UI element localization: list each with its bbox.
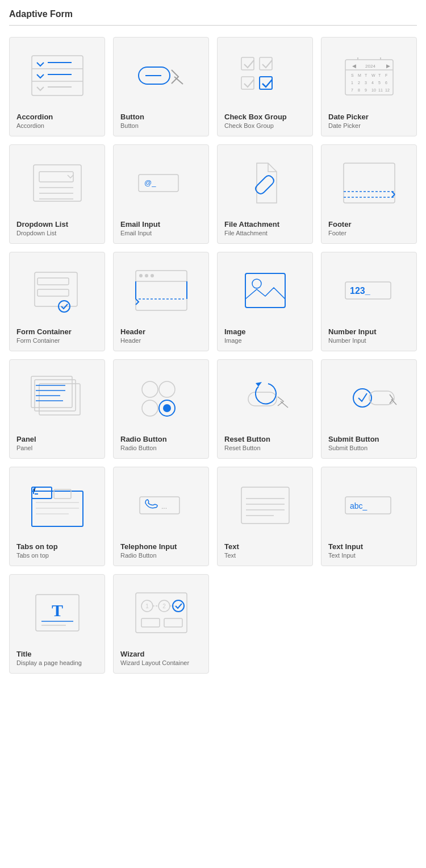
- header-title: Header: [120, 327, 145, 336]
- svg-text:2: 2: [358, 81, 360, 85]
- form-container-icon: [16, 259, 98, 322]
- card-text[interactable]: TextText: [217, 467, 313, 566]
- svg-text:3: 3: [365, 81, 367, 85]
- svg-text:8: 8: [358, 88, 360, 92]
- panel-title: Panel: [16, 435, 36, 443]
- panel-icon: [16, 367, 98, 429]
- svg-text:9: 9: [365, 88, 367, 92]
- svg-text:T: T: [378, 73, 381, 77]
- button-title: Button: [120, 113, 144, 121]
- card-telephone-input[interactable]: ... Telephone InputRadio Button: [113, 467, 209, 566]
- svg-point-76: [163, 404, 171, 412]
- card-footer[interactable]: FooterFooter: [321, 144, 417, 244]
- svg-text:M: M: [358, 73, 361, 77]
- button-icon: [120, 44, 202, 107]
- svg-point-54: [139, 274, 143, 277]
- file-attachment-title: File Attachment: [224, 220, 279, 229]
- reset-button-icon: [224, 367, 306, 429]
- checkbox-group-subtitle: Check Box Group: [224, 122, 274, 129]
- dropdown-list-icon: [16, 152, 98, 214]
- card-grid: AccordionAccordion ButtonButton Check Bo…: [9, 37, 417, 674]
- card-header[interactable]: HeaderHeader: [113, 252, 209, 351]
- svg-text:2: 2: [162, 603, 166, 609]
- submit-button-icon: [328, 367, 410, 429]
- number-input-title: Number Input: [328, 327, 377, 336]
- accordion-icon: [16, 44, 98, 107]
- svg-rect-50: [37, 278, 69, 285]
- card-button[interactable]: ButtonButton: [113, 37, 209, 136]
- text-title: Text: [224, 542, 239, 551]
- svg-text:F: F: [385, 73, 387, 77]
- email-input-icon: @_: [120, 152, 202, 214]
- file-attachment-icon: [224, 152, 306, 214]
- number-input-subtitle: Number Input: [328, 337, 366, 344]
- header-subtitle: Header: [120, 337, 141, 344]
- card-file-attachment[interactable]: File AttachmentFile Attachment: [217, 144, 313, 244]
- svg-rect-82: [32, 491, 83, 526]
- svg-rect-67: [31, 376, 72, 408]
- form-container-subtitle: Form Container: [16, 337, 60, 344]
- svg-text:T: T: [365, 73, 367, 77]
- card-panel[interactable]: PanelPanel: [9, 359, 105, 459]
- svg-text:5: 5: [378, 81, 381, 85]
- radio-button-icon: [120, 367, 202, 429]
- svg-text:T: T: [51, 601, 62, 620]
- card-email-input[interactable]: @_ Email InputEmail Input: [113, 144, 209, 244]
- text-input-subtitle: Text Input: [328, 552, 356, 559]
- svg-point-55: [145, 274, 148, 277]
- svg-point-73: [159, 381, 175, 397]
- card-submit-button[interactable]: Submit ButtonSubmit Button: [321, 359, 417, 459]
- email-input-subtitle: Email Input: [120, 230, 152, 236]
- card-dropdown-list[interactable]: Dropdown ListDropdown List: [9, 144, 105, 244]
- card-text-input[interactable]: abc_ Text InputText Input: [321, 467, 417, 566]
- svg-text:123_: 123_: [350, 286, 371, 296]
- svg-point-62: [252, 279, 261, 288]
- reset-button-title: Reset Button: [224, 435, 270, 443]
- reset-button-subtitle: Reset Button: [224, 445, 261, 451]
- card-form-container[interactable]: Form ContainerForm Container: [9, 252, 105, 351]
- svg-text:▶: ▶: [386, 63, 390, 69]
- svg-rect-110: [164, 618, 182, 627]
- svg-text:...: ...: [161, 502, 167, 510]
- image-icon: [224, 259, 306, 322]
- submit-button-subtitle: Submit Button: [328, 445, 367, 451]
- card-title[interactable]: T TitleDisplay a page heading: [9, 574, 105, 674]
- button-subtitle: Button: [120, 122, 139, 129]
- card-wizard[interactable]: 1 2 WizardWizard Layout Container: [113, 574, 209, 674]
- submit-button-title: Submit Button: [328, 435, 379, 443]
- text-subtitle: Text: [224, 552, 236, 559]
- card-reset-button[interactable]: Reset ButtonReset Button: [217, 359, 313, 459]
- svg-rect-39: [39, 172, 73, 182]
- svg-text:abc_: abc_: [350, 501, 367, 510]
- svg-text:12: 12: [385, 88, 390, 92]
- svg-point-79: [353, 389, 371, 407]
- wizard-subtitle: Wizard Layout Container: [120, 659, 189, 666]
- accordion-title: Accordion: [16, 113, 53, 121]
- card-checkbox-group[interactable]: Check Box GroupCheck Box Group: [217, 37, 313, 136]
- svg-text:10: 10: [371, 88, 376, 92]
- svg-text:1: 1: [145, 603, 149, 609]
- svg-text:4: 4: [371, 81, 374, 85]
- panel-subtitle: Panel: [16, 445, 32, 451]
- telephone-input-icon: ...: [120, 474, 202, 537]
- number-input-icon: 123_: [328, 259, 410, 322]
- radio-button-subtitle: Radio Button: [120, 445, 157, 451]
- text-icon: [224, 474, 306, 537]
- card-image[interactable]: ImageImage: [217, 252, 313, 351]
- image-title: Image: [224, 327, 246, 336]
- svg-rect-53: [136, 271, 187, 310]
- date-picker-subtitle: Date Picker: [328, 122, 361, 129]
- svg-text:1: 1: [351, 81, 353, 85]
- card-tabs-on-top[interactable]: Tabs on topTabs on top: [9, 467, 105, 566]
- email-input-title: Email Input: [120, 220, 160, 229]
- dropdown-list-title: Dropdown List: [16, 220, 68, 229]
- text-input-icon: abc_: [328, 474, 410, 537]
- tabs-on-top-icon: [16, 474, 98, 537]
- svg-text:W: W: [371, 73, 375, 77]
- card-accordion[interactable]: AccordionAccordion: [9, 37, 105, 136]
- divider: [9, 25, 417, 26]
- card-date-picker[interactable]: ◀ 2024 ▶ S M T W T F 1 2 3 4 5 6 7 8 9 1…: [321, 37, 417, 136]
- file-attachment-subtitle: File Attachment: [224, 230, 268, 236]
- card-number-input[interactable]: 123_ Number InputNumber Input: [321, 252, 417, 351]
- card-radio-button[interactable]: Radio ButtonRadio Button: [113, 359, 209, 459]
